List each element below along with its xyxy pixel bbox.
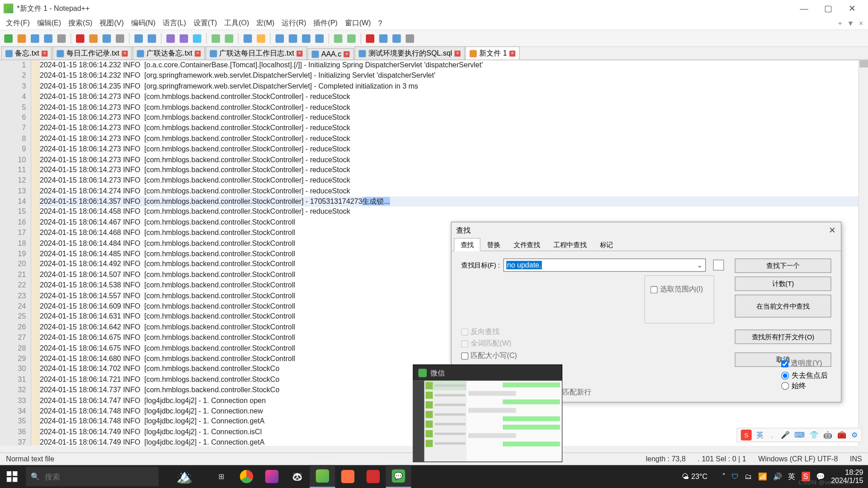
find-target-combobox[interactable]: no update. ⌄ [504,258,706,272]
toolbar-button[interactable] [16,32,28,44]
chrome-task[interactable] [234,465,259,488]
find-all-open-button[interactable]: 查找所有打开文件(O) [735,329,831,344]
toolbar-button[interactable] [377,32,390,44]
battery-icon[interactable]: 🗂 [745,472,752,481]
find-tab[interactable]: 工程中查找 [547,238,593,251]
toolbar-button[interactable] [364,32,376,44]
code-line[interactable]: 2024-01-15 18:06:14.273 INFO [com.hmblog… [40,102,868,113]
maximize-button[interactable]: ▢ [816,0,840,16]
vertical-scrollbar[interactable] [859,60,868,446]
menu-item[interactable]: ? [374,18,386,28]
document-tab[interactable]: 新文件 1× [465,47,519,60]
find-in-current-button[interactable]: 在当前文件中查找 [735,295,831,318]
menu-tail-button[interactable]: ▼ [844,18,857,28]
transparency-checkbox[interactable]: 透明度(Y) [781,358,828,369]
find-dialog-close-button[interactable]: ✕ [829,225,836,235]
wechat-preview-window[interactable]: 微信 [413,365,562,462]
toolbar-button[interactable] [345,32,358,44]
tab-close-button[interactable]: × [122,50,127,56]
toolbar-button[interactable] [101,32,113,44]
toolbar-button[interactable] [391,32,403,44]
menu-item[interactable]: 插件(P) [310,17,341,29]
document-tab[interactable]: AAA.c× [307,48,354,60]
menu-tail-button[interactable]: + [835,18,844,28]
toolbar-button[interactable] [42,32,54,44]
toolbar-button[interactable] [87,32,99,44]
close-button[interactable]: ✕ [840,0,864,16]
toolbar-button[interactable] [287,32,299,44]
code-line[interactable]: 2024-01-15 18:06:14.232 INFO [o.a.c.core… [40,60,868,70]
find-next-button[interactable]: 查找下一个 [735,258,831,273]
weather-widget[interactable]: 🌤23°C [682,472,708,481]
ime-toolbar[interactable]: S 英 ， 🎤 ⌨ 👕 🤖 🧰 ⚙ [736,428,862,442]
count-button[interactable]: 计数(T) [735,277,831,291]
find-tab[interactable]: 标记 [593,238,620,251]
toolbar-button[interactable] [313,32,326,44]
lose-focus-radio[interactable]: 失去焦点后 [781,371,828,381]
code-line[interactable]: 2024-01-15 18:06:14.273 INFO [com.hmblog… [40,165,868,175]
code-line[interactable]: 2024-01-15 18:06:14.235 INFO [org.spring… [40,81,868,92]
tray-expand-icon[interactable]: ˄ [722,472,726,481]
taskbar-search[interactable]: 🔍 [26,467,158,486]
code-line[interactable]: 2024-01-15 18:06:14.273 INFO [com.hmblog… [40,92,868,102]
sogou-icon[interactable]: S [741,430,752,441]
shirt-icon[interactable]: 👕 [810,431,819,439]
toolbar-button[interactable] [178,32,190,44]
volume-icon[interactable]: 🔊 [773,472,782,481]
tab-close-button[interactable]: × [509,50,515,56]
search-input[interactable] [45,472,146,481]
toolbar-button[interactable] [165,32,177,44]
wechat-task[interactable]: 💬 [386,465,411,488]
toolbar-button[interactable] [191,32,203,44]
shield-icon[interactable]: 🛡 [731,472,739,481]
tab-close-button[interactable]: × [297,50,302,56]
whole-word-checkbox[interactable]: 全词匹配(W) [461,338,724,349]
chevron-down-icon[interactable]: ⌄ [697,261,703,269]
find-tab[interactable]: 文件查找 [507,238,547,251]
menu-item[interactable]: 编码(N) [127,17,159,29]
code-line[interactable]: 2024-01-15 18:06:14.273 INFO [com.hmblog… [40,144,868,155]
code-line[interactable]: 2024-01-15 18:06:14.273 INFO [com.hmblog… [40,113,868,123]
mic-icon[interactable]: 🎤 [781,431,790,439]
red-app-task[interactable] [360,465,386,488]
menu-item[interactable]: 设置(T) [190,17,221,29]
toolbar-button[interactable] [114,32,126,44]
toolbar-button[interactable] [74,32,86,44]
document-tab[interactable]: 广联达备忘.txt× [132,47,205,60]
toolbar-button[interactable] [255,32,267,44]
toolbar-button[interactable] [300,32,312,44]
comma-icon[interactable]: ， [769,430,776,440]
code-line[interactable]: 2024-01-15 18:06:14.274 INFO [com.hmblog… [40,186,868,197]
keyboard-icon[interactable]: ⌨ [794,431,805,439]
toolbar-button[interactable] [242,32,254,44]
intellij-task[interactable] [259,465,284,488]
menu-item[interactable]: 编辑(E) [33,17,65,29]
code-line[interactable]: 2024-01-15 18:06:14.357 INFO [com.hmblog… [40,197,868,207]
panda-task[interactable]: 🐼 [284,465,310,488]
always-radio[interactable]: 始终 [781,381,828,391]
document-tab[interactable]: 广联达每日工作日志.txt× [206,47,307,60]
notepadpp-task[interactable] [310,465,335,488]
menu-item[interactable]: 视图(V) [96,17,127,29]
menu-tail-button[interactable]: × [857,18,866,28]
orange-app-task[interactable] [335,465,360,488]
menu-item[interactable]: 搜索(S) [65,17,96,29]
toolbar-button[interactable] [274,32,286,44]
minimize-button[interactable]: — [792,0,816,16]
backward-checkbox[interactable]: 反向查找 [461,327,724,337]
ime-lang[interactable]: 英 [756,430,764,440]
menu-item[interactable]: 运行(R) [278,17,310,29]
toolbar-button[interactable] [2,32,14,44]
document-tab[interactable]: 备忘.txt× [1,47,52,60]
task-view-button[interactable]: ⊞ [208,465,234,488]
code-line[interactable]: 2024-01-15 18:06:14.273 INFO [com.hmblog… [40,155,868,165]
toolbar-button[interactable] [29,32,41,44]
scrollbar-thumb[interactable] [859,60,868,67]
tab-close-button[interactable]: × [344,51,350,57]
find-target-extra-button[interactable] [713,260,724,271]
start-button[interactable] [0,465,24,488]
document-tab[interactable]: 每日工作记录.txt× [52,47,132,60]
menu-item[interactable]: 工具(O) [221,17,253,29]
document-tab[interactable]: 测试环境要执行的SQL.sql× [355,47,465,60]
find-tab[interactable]: 查找 [454,238,481,251]
